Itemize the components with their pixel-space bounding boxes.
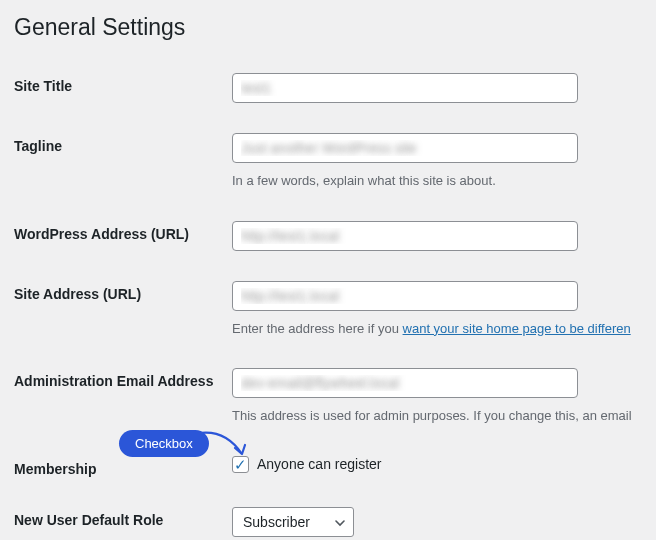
field-label-wp-address: WordPress Address (URL) xyxy=(14,209,232,269)
tagline-help: In a few words, explain what this site i… xyxy=(232,171,648,191)
default-role-select[interactable]: Subscriber xyxy=(232,507,354,537)
membership-checkbox-label: Anyone can register xyxy=(257,456,382,472)
site-address-help-link[interactable]: want your site home page to be differen xyxy=(403,321,631,336)
annotation-bubble: Checkbox xyxy=(119,430,209,457)
site-title-input[interactable] xyxy=(232,73,578,103)
admin-email-input[interactable] xyxy=(232,368,578,398)
chevron-down-icon xyxy=(335,514,345,530)
wp-address-input[interactable] xyxy=(232,221,578,251)
membership-checkbox[interactable]: ✓ xyxy=(232,456,249,473)
check-icon: ✓ xyxy=(234,457,247,472)
field-label-site-address: Site Address (URL) xyxy=(14,269,232,357)
field-label-default-role: New User Default Role xyxy=(14,495,232,541)
default-role-selected: Subscriber xyxy=(243,514,310,530)
admin-email-help: This address is used for admin purposes.… xyxy=(232,406,648,426)
site-address-input[interactable] xyxy=(232,281,578,311)
field-label-site-title: Site Title xyxy=(14,61,232,121)
field-label-tagline: Tagline xyxy=(14,121,232,209)
page-title: General Settings xyxy=(14,14,648,41)
site-address-help: Enter the address here if you want your … xyxy=(232,319,648,339)
tagline-input[interactable] xyxy=(232,133,578,163)
